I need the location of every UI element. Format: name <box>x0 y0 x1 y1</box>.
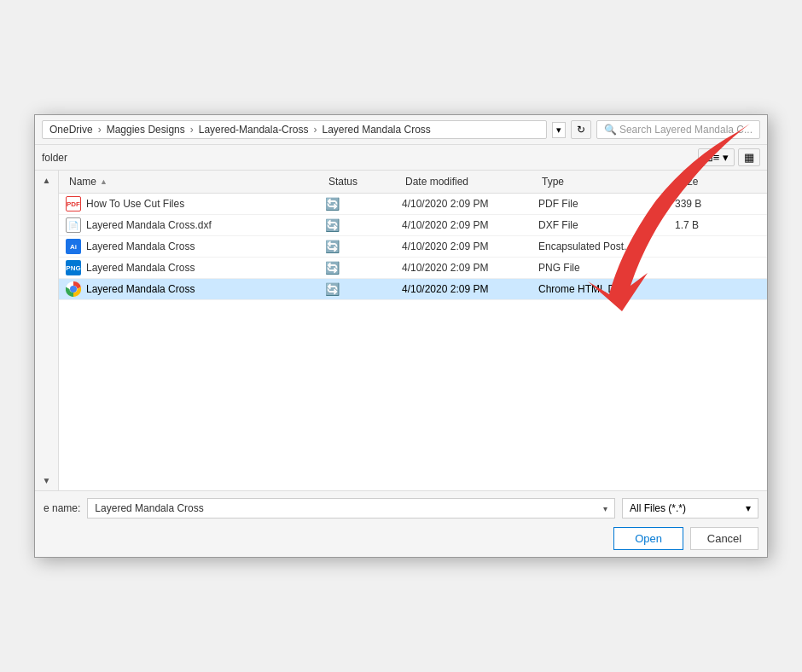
buttons-row: Open Cancel <box>44 527 758 550</box>
file-date: 4/10/2020 2:09 PM <box>402 219 538 231</box>
chrome-icon <box>66 281 81 297</box>
file-type: PNG File <box>538 262 675 274</box>
file-type: PDF File <box>538 198 675 210</box>
file-name-cell: PNG Layered Mandala Cross <box>66 260 325 275</box>
path-part-1: OneDrive <box>49 124 93 136</box>
view-details-btn[interactable]: ⊞≡ ▾ <box>698 148 735 166</box>
file-status: 🔄 <box>325 240 402 253</box>
preview-pane-btn[interactable]: ▦ <box>738 148 760 166</box>
file-status: 🔄 <box>325 197 402 211</box>
filename-input-text: Layered Mandala Cross <box>95 502 203 514</box>
file-date: 4/10/2020 2:09 PM <box>402 262 538 274</box>
search-icon: 🔍 <box>604 124 617 136</box>
search-box[interactable]: 🔍 Search Layered Mandala C... <box>596 120 760 139</box>
path-part-2: Maggies Designs <box>107 124 185 136</box>
col-date[interactable]: Date modified <box>402 174 538 189</box>
col-size[interactable]: Size <box>675 174 743 189</box>
file-size: 1.7 B <box>675 219 743 231</box>
file-rows: PDF How To Use Cut Files 🔄 4/10/2020 2:0… <box>59 194 767 300</box>
col-name[interactable]: Name ▲ <box>66 174 325 189</box>
file-type: Chrome HTML Do... <box>538 283 675 295</box>
file-icon: PDF <box>66 196 81 211</box>
file-name-cell: Ai Layered Mandala Cross <box>66 239 325 254</box>
path-separator-1: › <box>98 124 102 136</box>
path-separator-2: › <box>190 124 194 136</box>
col-type[interactable]: Type <box>538 174 675 189</box>
filename-row: e name: Layered Mandala Cross ▾ All File… <box>44 498 758 518</box>
refresh-btn[interactable]: ↻ <box>571 120 591 139</box>
table-row[interactable]: Ai Layered Mandala Cross 🔄 4/10/2020 2:0… <box>59 236 767 258</box>
file-name-cell: 📄 Layered Mandala Cross.dxf <box>66 217 325 233</box>
scroll-up-arrow[interactable]: ▲ <box>41 174 53 187</box>
file-type: Encapsulated Post... <box>538 240 675 252</box>
file-icon: 📄 <box>66 217 81 233</box>
path-separator-3: › <box>313 124 317 136</box>
file-name-cell: Layered Mandala Cross <box>66 281 325 297</box>
new-folder-label: folder <box>42 152 67 164</box>
dxf-icon: 📄 <box>66 217 81 233</box>
open-button[interactable]: Open <box>613 527 683 550</box>
toolbar: folder ⊞≡ ▾ ▦ <box>35 145 767 171</box>
file-type: DXF File <box>538 219 675 231</box>
toolbar-right: ⊞≡ ▾ ▦ <box>698 148 760 166</box>
sort-arrow-name: ▲ <box>100 177 108 186</box>
filetype-value: All Files (*.*) <box>630 502 686 514</box>
svg-point-2 <box>71 287 76 292</box>
open-file-dialog: OneDrive › Maggies Designs › Layered-Man… <box>34 114 768 558</box>
png-icon: PNG <box>66 260 81 275</box>
path-part-3: Layered-Mandala-Cross <box>199 124 309 136</box>
address-bar: OneDrive › Maggies Designs › Layered-Man… <box>35 115 767 145</box>
file-name-cell: PDF How To Use Cut Files <box>66 196 325 211</box>
eps-icon: Ai <box>66 239 81 254</box>
bottom-section: e name: Layered Mandala Cross ▾ All File… <box>35 490 767 557</box>
file-icon: PNG <box>66 260 81 275</box>
file-size: 339 B <box>675 198 743 210</box>
filetype-dropdown-icon: ▾ <box>746 502 751 514</box>
address-path[interactable]: OneDrive › Maggies Designs › Layered-Man… <box>42 120 547 139</box>
filetype-select[interactable]: All Files (*.*) ▾ <box>622 498 758 518</box>
path-part-4: Layered Mandala Cross <box>322 124 430 136</box>
filename-input[interactable]: Layered Mandala Cross ▾ <box>87 498 615 518</box>
file-list-header: Name ▲ Status Date modified Type Size <box>59 171 767 194</box>
file-status: 🔄 <box>325 282 402 296</box>
address-dropdown-btn[interactable]: ▾ <box>552 122 566 138</box>
filename-dropdown-icon: ▾ <box>603 504 607 513</box>
file-date: 4/10/2020 2:09 PM <box>402 240 538 252</box>
file-icon: Ai <box>66 239 81 254</box>
scroll-down-arrow[interactable]: ▼ <box>41 474 53 487</box>
filename-label: e name: <box>44 502 80 514</box>
table-row[interactable]: Layered Mandala Cross 🔄 4/10/2020 2:09 P… <box>59 279 767 300</box>
search-placeholder: Search Layered Mandala C... <box>619 124 753 136</box>
file-name: Layered Mandala Cross.dxf <box>86 219 212 231</box>
file-icon <box>66 281 81 297</box>
file-name: Layered Mandala Cross <box>86 283 195 295</box>
file-date: 4/10/2020 2:09 PM <box>402 198 538 210</box>
table-row[interactable]: 📄 Layered Mandala Cross.dxf 🔄 4/10/2020 … <box>59 215 767 236</box>
file-list-container: Name ▲ Status Date modified Type Size <box>59 171 767 490</box>
cancel-button[interactable]: Cancel <box>690 527 758 550</box>
file-name: Layered Mandala Cross <box>86 240 195 252</box>
table-row[interactable]: PDF How To Use Cut Files 🔄 4/10/2020 2:0… <box>59 194 767 215</box>
file-status: 🔄 <box>325 261 402 275</box>
sidebar: ▲ ▼ <box>35 171 59 490</box>
file-name: How To Use Cut Files <box>86 198 184 210</box>
file-status: 🔄 <box>325 218 402 232</box>
main-content: ▲ ▼ Name ▲ Status Date modified Type <box>35 171 767 490</box>
file-name: Layered Mandala Cross <box>86 262 195 274</box>
col-status[interactable]: Status <box>325 174 402 189</box>
table-row[interactable]: PNG Layered Mandala Cross 🔄 4/10/2020 2:… <box>59 258 767 279</box>
pdf-icon: PDF <box>66 196 81 211</box>
file-date: 4/10/2020 2:09 PM <box>402 283 538 295</box>
